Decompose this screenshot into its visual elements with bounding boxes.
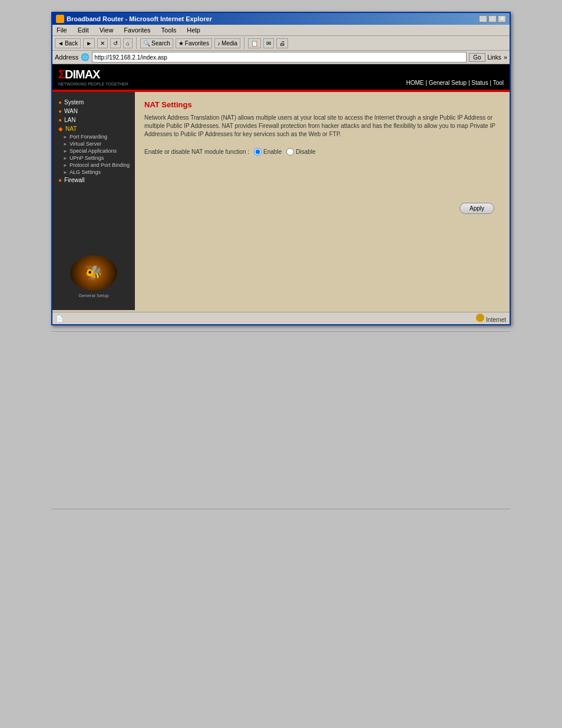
toolbar-separator <box>136 37 137 49</box>
bullet-icon: ● <box>58 99 62 106</box>
browser-icon <box>56 15 64 23</box>
refresh-button[interactable]: ↺ <box>110 38 121 48</box>
sidebar: ● System ● WAN ● LAN ◆ N <box>52 92 135 310</box>
links-arrow-icon: » <box>504 54 507 61</box>
menu-help[interactable]: Help <box>185 26 202 34</box>
address-input[interactable] <box>92 52 467 62</box>
stop-button[interactable]: ✕ <box>97 38 108 48</box>
sidebar-bottom: 🐝 General Setup <box>52 249 135 304</box>
disable-radio[interactable] <box>286 148 294 156</box>
apply-button[interactable]: Apply <box>459 203 494 214</box>
go-button[interactable]: Go <box>469 53 485 62</box>
sidebar-item-alg-settings[interactable]: ► ALG Settings <box>52 169 135 176</box>
sidebar-system-label: System <box>64 99 84 106</box>
sidebar-item-lan[interactable]: ● LAN <box>52 116 135 124</box>
toolbar: ◄ Back ► ✕ ↺ ⌂ 🔍 Search ★ Favorites ♪ Me… <box>52 36 510 51</box>
menu-bar: File Edit View Favorites Tools Help <box>52 25 510 36</box>
menu-file[interactable]: File <box>55 26 69 34</box>
media-icon: ♪ <box>217 40 220 47</box>
browser-title: Broadband Router - Microsoft Internet Ex… <box>67 15 212 22</box>
search-button[interactable]: 🔍 Search <box>140 38 173 48</box>
forward-icon: ► <box>86 40 92 47</box>
title-bar: Broadband Router - Microsoft Internet Ex… <box>52 13 510 25</box>
main-content: NAT Settings Network Address Translation… <box>135 92 510 310</box>
sidebar-firewall-label: Firewall <box>64 177 84 183</box>
sidebar-item-virtual-server[interactable]: ► Virtual Server <box>52 140 135 147</box>
bullet-icon: ● <box>58 117 62 123</box>
nav-tool[interactable]: Tool <box>493 80 504 86</box>
arrow-icon: ► <box>63 134 68 140</box>
media-button[interactable]: ♪ Media <box>214 38 240 48</box>
sidebar-item-protocol-port-binding[interactable]: ► Protocol and Port Binding <box>52 162 135 169</box>
divider-2 <box>51 509 511 509</box>
sidebar-item-special-applications[interactable]: ► Special Applications <box>52 147 135 154</box>
edimax-tagline: NETWORKING PEOPLE TOGETHER <box>58 82 128 86</box>
sidebar-item-upnp-settings[interactable]: ► UPnP Settings <box>52 154 135 162</box>
menu-tools[interactable]: Tools <box>160 26 178 34</box>
maximize-button[interactable]: □ <box>488 15 497 22</box>
window-controls[interactable]: _ □ ✕ <box>479 15 506 22</box>
sidebar-port-forwarding-label: Port Forwarding <box>70 134 107 140</box>
nav-home[interactable]: HOME <box>406 80 424 86</box>
empty-space <box>51 338 511 503</box>
arrow-icon: ► <box>63 156 68 161</box>
favorites-button[interactable]: ★ Favorites <box>176 38 212 48</box>
history-button[interactable]: 📋 <box>248 38 261 48</box>
address-label: Address <box>55 54 78 61</box>
browser-window: Broadband Router - Microsoft Internet Ex… <box>51 12 511 325</box>
address-icon: 🌐 <box>81 53 90 61</box>
status-text: Internet <box>486 317 506 323</box>
enable-label: Enable <box>263 149 282 155</box>
page-title: NAT Settings <box>144 100 500 109</box>
arrow-icon: ► <box>63 170 68 175</box>
back-icon: ◄ <box>58 40 64 47</box>
sidebar-nav: ● System ● WAN ● LAN ◆ N <box>52 98 135 249</box>
disable-label: Disable <box>296 149 315 155</box>
back-button[interactable]: ◄ Back <box>55 38 81 48</box>
nav-status[interactable]: Status <box>471 80 488 86</box>
minimize-button[interactable]: _ <box>479 15 487 22</box>
sidebar-item-firewall[interactable]: ● Firewall <box>52 176 135 185</box>
arrow-icon: ► <box>63 163 68 168</box>
status-right: Internet <box>476 314 506 323</box>
star-icon: ★ <box>178 40 184 47</box>
home-button[interactable]: ⌂ <box>123 38 133 48</box>
edimax-logo: ΣDIMAX <box>58 68 128 81</box>
bullet-icon: ● <box>58 108 62 114</box>
menu-view[interactable]: View <box>98 26 115 34</box>
bullet-icon: ● <box>58 177 62 183</box>
mail-button[interactable]: ✉ <box>263 38 274 48</box>
print-button[interactable]: 🖨 <box>276 38 288 48</box>
arrow-icon: ► <box>63 149 68 154</box>
menu-favorites[interactable]: Favorites <box>122 26 152 34</box>
links-button[interactable]: Links <box>488 54 501 61</box>
divider-1 <box>51 331 511 332</box>
search-icon: 🔍 <box>143 40 150 47</box>
sidebar-item-nat[interactable]: ◆ NAT <box>52 124 135 133</box>
page-icon: 📄 <box>56 315 63 322</box>
radio-group: Enable Disable <box>254 148 316 156</box>
nat-description: Network Address Translation (NAT) allows… <box>144 114 500 139</box>
menu-edit[interactable]: Edit <box>76 26 91 34</box>
enable-option[interactable]: Enable <box>254 148 282 156</box>
setting-label: Enable or disable NAT module function : <box>144 149 249 155</box>
toolbar-separator2 <box>244 37 244 49</box>
sidebar-item-system[interactable]: ● System <box>52 98 135 107</box>
disable-option[interactable]: Disable <box>286 148 315 156</box>
apply-section: Apply <box>144 203 500 214</box>
sidebar-wan-label: WAN <box>64 108 78 114</box>
close-button[interactable]: ✕ <box>498 15 506 22</box>
nav-general-setup[interactable]: General Setup <box>429 80 467 86</box>
sidebar-item-port-forwarding[interactable]: ► Port Forwarding <box>52 133 135 140</box>
enable-radio[interactable] <box>254 148 262 156</box>
arrow-icon: ► <box>63 141 68 147</box>
sidebar-lan-label: LAN <box>64 117 75 123</box>
forward-button[interactable]: ► <box>83 38 95 48</box>
status-left: 📄 <box>56 315 63 322</box>
sidebar-item-wan[interactable]: ● WAN <box>52 107 135 116</box>
sidebar-special-apps-label: Special Applications <box>70 148 117 154</box>
edimax-header: ΣDIMAX NETWORKING PEOPLE TOGETHER HOME |… <box>52 64 510 90</box>
sidebar-protocol-label: Protocol and Port Binding <box>70 162 130 168</box>
status-bar: 📄 Internet <box>52 312 510 324</box>
general-setup-image: 🐝 <box>70 255 117 291</box>
